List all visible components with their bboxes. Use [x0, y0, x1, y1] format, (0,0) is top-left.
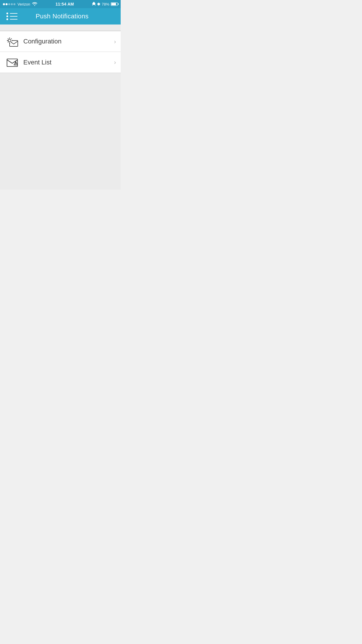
nav-bar: Push Notifications — [0, 8, 121, 24]
signal-dot-3 — [8, 3, 10, 5]
svg-point-15 — [15, 64, 16, 65]
svg-rect-6 — [12, 40, 13, 41]
menu-list: Configuration › Event List › — [0, 31, 121, 73]
status-bar: Verizon 11:54 AM ✱ 78% — [0, 0, 121, 8]
bluetooth-icon: ✱ — [97, 2, 100, 6]
battery-icon — [111, 2, 118, 6]
configuration-chevron: › — [114, 38, 116, 45]
bottom-empty-area — [0, 73, 121, 190]
location-icon — [92, 2, 96, 7]
configuration-icon-wrap — [5, 34, 20, 49]
signal-strength — [3, 3, 15, 5]
page-title: Push Notifications — [23, 13, 101, 20]
signal-dot-5 — [13, 3, 15, 5]
signal-dot-2 — [6, 3, 8, 5]
carrier-label: Verizon — [17, 2, 30, 6]
wifi-icon — [32, 2, 37, 7]
envelope-warning-icon — [6, 56, 19, 69]
menu-dot-3 — [6, 18, 8, 20]
menu-line-2 — [10, 16, 17, 17]
svg-rect-5 — [7, 40, 8, 41]
status-time: 11:54 AM — [55, 2, 74, 6]
gear-envelope-icon — [6, 35, 19, 48]
svg-rect-3 — [9, 38, 10, 38]
menu-button[interactable] — [5, 11, 19, 22]
menu-line-1 — [10, 13, 17, 14]
status-left: Verizon — [3, 2, 37, 7]
status-right: ✱ 78% — [92, 2, 118, 7]
configuration-item[interactable]: Configuration › — [0, 31, 121, 52]
event-list-item[interactable]: Event List › — [0, 52, 121, 73]
event-list-label: Event List — [23, 59, 114, 66]
battery-percent: 78% — [102, 2, 109, 6]
section-spacer — [0, 24, 121, 31]
menu-dot-2 — [6, 15, 8, 17]
menu-dot-1 — [6, 13, 8, 14]
menu-line-3 — [10, 19, 17, 20]
signal-dot-1 — [3, 3, 5, 5]
event-list-chevron: › — [114, 59, 116, 66]
svg-rect-4 — [9, 43, 10, 43]
signal-dot-4 — [11, 3, 13, 5]
event-list-icon-wrap — [5, 55, 20, 70]
configuration-label: Configuration — [23, 38, 114, 45]
